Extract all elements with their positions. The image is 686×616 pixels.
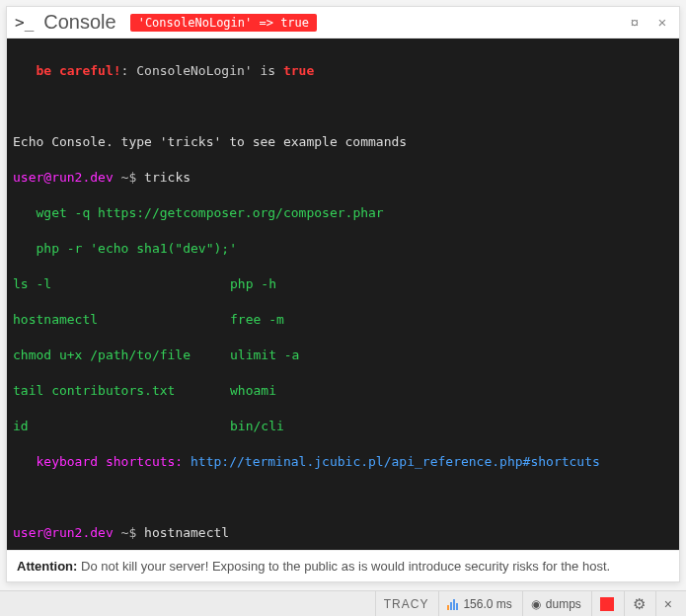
dumps-icon: ◉ — [531, 597, 541, 611]
tracy-time-item[interactable]: 156.0 ms — [438, 591, 519, 616]
blank — [13, 489, 673, 506]
kb-link[interactable]: http://terminal.jcubic.pl/api_reference.… — [191, 454, 600, 469]
warning-value: true — [283, 63, 314, 78]
prompt-line-hostnamectl: user@run2.dev ~$ hostnamectl — [13, 524, 673, 542]
prompt-at: @ — [43, 525, 51, 540]
tracy-time: 156.0 ms — [463, 597, 511, 611]
cmd-tricks: tricks — [144, 170, 191, 185]
trick-l5: chmod u+x /path/to/fileulimit -a — [13, 346, 673, 364]
titlebar: >_ Console 'ConsoleNoLogin' => true ¤ × — [7, 7, 679, 38]
trick-b: ulimit -a — [230, 346, 299, 364]
cmd-hostnamectl: hostnamectl — [144, 525, 229, 540]
close-icon[interactable]: × — [653, 14, 671, 31]
prompt-dollar: $ — [128, 525, 144, 540]
warning-mid: : ConsoleNoLogin' is — [121, 63, 283, 78]
trick-kb: keyboard shortcuts: http://terminal.jcub… — [13, 453, 673, 471]
trick-l2: php -r 'echo sha1("dev");' — [13, 240, 673, 258]
trick-l1: wget -q https://getcomposer.org/composer… — [13, 204, 673, 222]
collapse-icon[interactable]: ¤ — [626, 14, 644, 31]
attention-footer: Attention: Do not kill your server! Expo… — [7, 550, 679, 581]
trick-a: chmod u+x /path/to/file — [13, 346, 230, 364]
intro-line: Echo Console. type 'tricks' to see examp… — [13, 133, 673, 151]
trick-l6: tail contributors.txtwhoami — [13, 382, 673, 400]
warning-line: be careful!: ConsoleNoLogin' is true — [13, 62, 673, 80]
tracy-logo: TRACY — [384, 597, 429, 611]
prompt-path: ~ — [114, 170, 129, 185]
stats-icon — [447, 598, 458, 610]
prompt-icon: >_ — [15, 13, 34, 32]
tracy-close-item[interactable]: × — [655, 591, 680, 616]
trick-row: wget -q https://getcomposer.org/composer… — [36, 205, 383, 220]
trick-l4: hostnamectlfree -m — [13, 311, 673, 329]
trick-a: ls -l — [13, 275, 230, 293]
trick-b: free -m — [230, 311, 284, 329]
tracy-dumps-item[interactable]: ◉ dumps — [522, 591, 589, 616]
tracy-logo-item[interactable]: TRACY — [375, 591, 437, 616]
trick-b: php -h — [230, 275, 276, 293]
console-panel: >_ Console 'ConsoleNoLogin' => true ¤ × … — [6, 6, 680, 582]
blank — [13, 98, 673, 116]
trick-l7: idbin/cli — [13, 418, 673, 435]
prompt-line-tricks: user@run2.dev ~$ tricks — [13, 169, 673, 187]
trick-row: php -r 'echo sha1("dev");' — [36, 241, 237, 256]
trick-a: id — [13, 418, 230, 435]
trick-l3: ls -lphp -h — [13, 275, 673, 293]
close-icon: × — [664, 596, 672, 612]
gear-icon: ⚙ — [633, 595, 646, 613]
panel-title: Console — [43, 11, 115, 34]
trick-a: hostnamectl — [13, 311, 230, 329]
error-icon — [600, 597, 614, 611]
prompt-path: ~ — [114, 525, 129, 540]
prompt-host: run2.dev — [51, 525, 114, 540]
prompt-host: run2.dev — [51, 170, 114, 185]
trick-b: bin/cli — [230, 418, 284, 435]
prompt-user: user — [13, 170, 43, 185]
kb-label: keyboard shortcuts: — [36, 454, 191, 469]
prompt-at: @ — [43, 170, 51, 185]
warning-prefix: be careful! — [36, 63, 120, 78]
trick-b: whoami — [230, 382, 276, 400]
terminal-area[interactable]: be careful!: ConsoleNoLogin' is true Ech… — [7, 38, 679, 550]
prompt-dollar: $ — [128, 170, 144, 185]
trick-a: tail contributors.txt — [13, 382, 230, 400]
prompt-user: user — [13, 525, 43, 540]
tracy-errors-item[interactable] — [591, 591, 622, 616]
tracy-settings-item[interactable]: ⚙ — [624, 591, 653, 616]
tracy-bar: TRACY 156.0 ms ◉ dumps ⚙ × — [0, 590, 686, 616]
tracy-dumps: dumps — [546, 597, 581, 611]
footer-text: Do not kill your server! Exposing to the… — [77, 559, 610, 574]
nologin-badge: 'ConsoleNoLogin' => true — [130, 14, 317, 32]
footer-label: Attention: — [17, 559, 77, 574]
